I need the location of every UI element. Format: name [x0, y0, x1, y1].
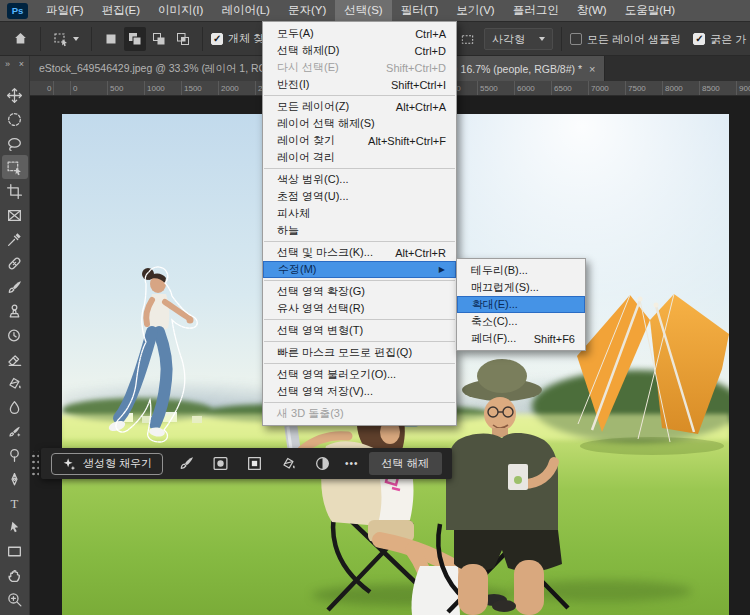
menu-item-label: 수정(M) — [278, 262, 317, 277]
menu-보기(V)[interactable]: 보기(V) — [447, 0, 503, 21]
checkbox-checked-icon[interactable] — [693, 33, 705, 45]
drag-handle-icon[interactable] — [30, 451, 39, 477]
ruler-tick-label: 8000 — [665, 84, 683, 93]
crop-tool[interactable] — [2, 179, 28, 203]
modify-submenu-item-축소(C)...[interactable]: 축소(C)... — [457, 313, 585, 330]
lasso-tool[interactable] — [2, 131, 28, 155]
select-menu-item-선택 영역 불러오기(O)...[interactable]: 선택 영역 불러오기(O)... — [263, 366, 456, 383]
generative-fill-icon — [62, 457, 76, 471]
rectangle-mode-icon — [455, 26, 479, 52]
modify-submenu-item-테두리(B)...[interactable]: 테두리(B)... — [457, 262, 585, 279]
generative-fill-button[interactable]: 생성형 채우기 — [51, 453, 163, 475]
eyedropper-tool[interactable] — [2, 227, 28, 251]
mask-icon[interactable] — [241, 452, 267, 476]
invert-icon[interactable] — [309, 452, 335, 476]
subtract-from-selection-icon[interactable] — [148, 27, 170, 51]
select-menu-item-모든 레이어(Z)[interactable]: 모든 레이어(Z)Alt+Ctrl+A — [263, 98, 456, 115]
dodge-tool[interactable] — [2, 443, 28, 467]
hand-tool[interactable] — [2, 563, 28, 587]
zoom-tool[interactable] — [2, 587, 28, 611]
rectangle-tool[interactable] — [2, 539, 28, 563]
deselect-button[interactable]: 선택 해제 — [369, 452, 442, 475]
checkbox-checked-icon[interactable] — [211, 33, 223, 45]
menu-창(W)[interactable]: 창(W) — [568, 0, 616, 21]
menu-도움말(H)[interactable]: 도움말(H) — [616, 0, 684, 21]
select-menu-item-레이어 선택 해제(S)[interactable]: 레이어 선택 해제(S) — [263, 115, 456, 132]
eraser-tool[interactable] — [2, 347, 28, 371]
select-menu-item-선택 영역 저장(V)...[interactable]: 선택 영역 저장(V)... — [263, 383, 456, 400]
menu-파일(F)[interactable]: 파일(F) — [37, 0, 93, 21]
menu-item-label: 선택 영역 불러오기(O)... — [277, 367, 396, 382]
select-menu-item-선택 및 마스크(K)...[interactable]: 선택 및 마스크(K)...Alt+Ctrl+R — [263, 244, 456, 261]
brush-icon[interactable] — [173, 452, 199, 476]
menu-이미지(I)[interactable]: 이미지(I) — [149, 0, 212, 21]
modify-submenu-item-매끄럽게(S)...[interactable]: 매끄럽게(S)... — [457, 279, 585, 296]
path-selection-tool[interactable] — [2, 515, 28, 539]
select-menu-item-다시 선택(E): 다시 선택(E)Shift+Ctrl+D — [263, 59, 456, 76]
select-menu-item-색상 범위(C)...[interactable]: 색상 범위(C)... — [263, 171, 456, 188]
menu-편집(E)[interactable]: 편집(E) — [93, 0, 149, 21]
marquee-tool[interactable] — [2, 107, 28, 131]
select-menu-item-빠른 마스크 모드로 편집(Q)[interactable]: 빠른 마스크 모드로 편집(Q) — [263, 344, 456, 361]
menu-bar: Ps 파일(F)편집(E)이미지(I)레이어(L)문자(Y)선택(S)필터(T)… — [0, 0, 750, 21]
new-selection-icon[interactable] — [100, 27, 122, 51]
more-options-button[interactable]: ••• — [345, 458, 359, 469]
document-tab-active[interactable]: @ 16.7% (people, RGB/8#) * × — [438, 56, 605, 81]
select-menu-item-유사 영역 선택(R)[interactable]: 유사 영역 선택(R) — [263, 300, 456, 317]
modify-submenu-item-페더(F)...[interactable]: 페더(F)...Shift+F6 — [457, 330, 585, 347]
menu-선택(S)[interactable]: 선택(S) — [335, 0, 391, 21]
checkbox-unchecked-icon[interactable] — [570, 33, 582, 45]
ruler-tick-label: 1000 — [147, 84, 165, 93]
menu-item-shortcut: Ctrl+A — [399, 28, 446, 40]
select-menu-item-초점 영역(U)...[interactable]: 초점 영역(U)... — [263, 188, 456, 205]
collapse-panel-icon[interactable]: » — [5, 59, 10, 69]
menu-레이어(L)[interactable]: 레이어(L) — [212, 0, 279, 21]
clone-stamp-tool[interactable] — [2, 299, 28, 323]
menu-separator — [264, 280, 455, 281]
brush-tool[interactable] — [2, 275, 28, 299]
select-menu-item-모두(A)[interactable]: 모두(A)Ctrl+A — [263, 25, 456, 42]
selection-mode-group — [100, 27, 194, 51]
type-tool[interactable]: T — [2, 491, 28, 515]
generative-fill-label: 생성형 채우기 — [83, 456, 152, 471]
menu-문자(Y)[interactable]: 문자(Y) — [279, 0, 335, 21]
healing-brush-tool[interactable] — [2, 251, 28, 275]
intersect-selection-icon[interactable] — [172, 27, 194, 51]
select-menu-item-레이어 찾기[interactable]: 레이어 찾기Alt+Shift+Ctrl+F — [263, 132, 456, 149]
menu-item-label: 선택 영역 확장(G) — [277, 284, 365, 299]
add-to-selection-icon[interactable] — [124, 27, 146, 51]
paint-bucket-tool[interactable] — [2, 371, 28, 395]
hard-edge-toggle[interactable]: 굵은 가 — [693, 32, 746, 47]
select-menu-item-선택 영역 확장(G)[interactable]: 선택 영역 확장(G) — [263, 283, 456, 300]
close-tab-icon[interactable]: × — [589, 63, 595, 75]
select-menu-item-선택 영역 변형(T)[interactable]: 선택 영역 변형(T) — [263, 322, 456, 339]
modify-submenu-item-확대(E)...[interactable]: 확대(E)... — [457, 296, 585, 313]
tab-label: eStock_649546429.jpeg @ 33.3% (레이어 1, RG… — [39, 62, 293, 76]
fill-bucket-icon[interactable] — [275, 452, 301, 476]
select-menu-item-레이어 격리[interactable]: 레이어 격리 — [263, 149, 456, 166]
select-and-mask-icon[interactable] — [207, 452, 233, 476]
select-menu-item-반전(I)[interactable]: 반전(I)Shift+Ctrl+I — [263, 76, 456, 93]
select-menu-item-수정(M)[interactable]: 수정(M)▶ — [263, 261, 456, 278]
menu-item-label: 축소(C)... — [471, 314, 517, 329]
shape-mode-select[interactable]: 사각형 — [484, 28, 553, 50]
select-menu-item-하늘[interactable]: 하늘 — [263, 222, 456, 239]
mixer-brush-tool[interactable] — [2, 419, 28, 443]
home-icon[interactable] — [8, 26, 32, 52]
history-brush-tool[interactable] — [2, 323, 28, 347]
close-panel-icon[interactable]: × — [19, 59, 24, 69]
menu-필터(T)[interactable]: 필터(T) — [392, 0, 448, 21]
frame-tool[interactable] — [2, 203, 28, 227]
menu-item-shortcut: Shift+Ctrl+I — [375, 79, 446, 91]
tool-preset-icon[interactable] — [49, 26, 83, 52]
object-selection-tool[interactable] — [2, 155, 28, 179]
move-tool[interactable] — [2, 83, 28, 107]
menu-item-label: 피사체 — [277, 206, 310, 221]
menu-플러그인[interactable]: 플러그인 — [504, 0, 568, 21]
blur-tool[interactable] — [2, 395, 28, 419]
select-menu-item-선택 해제(D)[interactable]: 선택 해제(D)Ctrl+D — [263, 42, 456, 59]
sample-all-layers-toggle[interactable]: 모든 레이어 샘플링 — [570, 32, 681, 47]
select-menu-item-피사체[interactable]: 피사체 — [263, 205, 456, 222]
pen-tool[interactable] — [2, 467, 28, 491]
menu-item-shortcut: Ctrl+D — [399, 45, 446, 57]
